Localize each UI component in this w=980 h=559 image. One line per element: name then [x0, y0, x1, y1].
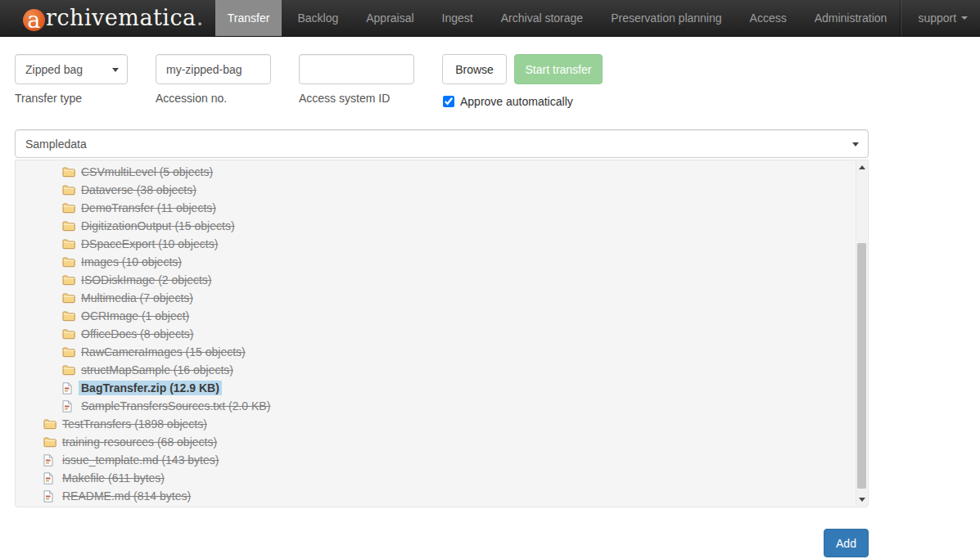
brand-accent-letter: a [23, 9, 45, 31]
folder-icon [62, 220, 76, 232]
tree-item-label[interactable]: training-resources (68 objects) [60, 435, 219, 449]
file-browser-panel: CSVmultiLevel (5 objects)Dataverse (38 o… [15, 160, 869, 507]
tree-item-label[interactable]: RawCameraImages (15 objects) [79, 345, 248, 359]
tree-item-label[interactable]: TestTransfers (1898 objects) [60, 417, 210, 431]
support-menu[interactable]: support [901, 0, 980, 36]
folder-icon [43, 418, 57, 430]
tree-item[interactable]: structMapSample (16 objects) [16, 361, 868, 379]
tree-item-label[interactable]: DemoTransfer (11 objects) [79, 201, 219, 215]
scroll-down-arrow-icon[interactable] [856, 494, 868, 506]
folder-icon [62, 184, 76, 196]
folder-icon [62, 292, 76, 304]
tree-item-label[interactable]: CSVmultiLevel (5 objects) [79, 165, 215, 179]
transfer-form: Zipped bag Transfer type Accession no. A… [15, 54, 630, 108]
tree-item[interactable]: BagTransfer.zip (12.9 KB) [16, 379, 868, 397]
accession-label: Accession no. [156, 92, 271, 105]
brand-dot: . [196, 5, 204, 30]
tree-item[interactable]: RawCameraImages (15 objects) [16, 343, 868, 361]
nav-item-backlog[interactable]: Backlog [285, 0, 350, 36]
tree-item-label[interactable]: README.md (814 bytes) [60, 489, 193, 503]
tree-item[interactable]: OCRImage (1 object) [16, 307, 868, 325]
folder-icon [62, 202, 76, 214]
folder-icon [43, 436, 57, 448]
folder-icon [62, 310, 76, 322]
start-transfer-button[interactable]: Start transfer [514, 54, 603, 84]
chevron-down-icon [961, 16, 968, 20]
approve-automatically-checkbox[interactable] [443, 96, 454, 107]
tree-scrollbar[interactable] [856, 161, 867, 506]
tree-item[interactable]: OfficeDocs (8 objects) [16, 325, 868, 343]
tree-item-label[interactable]: DSpaceExport (10 objects) [79, 237, 220, 251]
folder-icon [62, 364, 76, 376]
tree-item[interactable]: DigitizationOutput (15 objects) [16, 217, 868, 235]
accession-column: Accession no. [156, 54, 271, 105]
nav-item-preservation-planning[interactable]: Preservation planning [598, 0, 734, 36]
tree-item-label[interactable]: Dataverse (38 objects) [79, 183, 199, 197]
archivematica-logo[interactable]: archivematica. [0, 0, 214, 36]
scrollbar-thumb[interactable] [857, 243, 866, 489]
tree-item-label[interactable]: structMapSample (16 objects) [79, 363, 236, 377]
tree-item-label[interactable]: DigitizationOutput (15 objects) [79, 219, 237, 233]
top-navbar: archivematica. TransferBacklogAppraisalI… [0, 0, 980, 37]
tree-item-label[interactable]: OCRImage (1 object) [79, 309, 192, 323]
add-button[interactable]: Add [824, 529, 869, 557]
source-location-wrap: Sampledata [15, 129, 869, 158]
tree-item-label[interactable]: Images (10 objects) [79, 255, 184, 269]
accession-input[interactable] [156, 54, 271, 84]
nav-item-archival-storage[interactable]: Archival storage [489, 0, 595, 36]
tree-item-label[interactable]: BagTransfer.zip (12.9 KB) [79, 381, 222, 395]
folder-icon [62, 238, 76, 250]
tree-item[interactable]: DemoTransfer (11 objects) [16, 199, 868, 217]
access-system-id-label: Access system ID [299, 92, 414, 105]
browse-button[interactable]: Browse [442, 54, 507, 84]
tree-item[interactable]: Images (10 objects) [16, 253, 868, 271]
transfer-type-column: Zipped bag Transfer type [15, 54, 128, 105]
actions-column: Browse Start transfer Approve automatica… [442, 54, 603, 108]
transfer-type-select[interactable]: Zipped bag [15, 54, 128, 84]
tree-item[interactable]: training-resources (68 objects) [16, 433, 868, 451]
file-icon [43, 490, 57, 503]
approve-automatically-label: Approve automatically [460, 95, 573, 108]
tree-item-label[interactable]: SampleTransfersSources.txt (2.0 KB) [79, 399, 273, 413]
folder-icon [62, 328, 76, 340]
file-tree: CSVmultiLevel (5 objects)Dataverse (38 o… [16, 163, 868, 505]
file-icon [62, 400, 76, 412]
file-icon [43, 454, 57, 467]
tree-item-label[interactable]: ISODiskImage (2 objects) [79, 273, 215, 287]
folder-icon [62, 256, 76, 268]
folder-icon [62, 274, 76, 286]
transfer-type-label: Transfer type [15, 92, 128, 105]
tree-item[interactable]: ISODiskImage (2 objects) [16, 271, 868, 289]
nav-item-access[interactable]: Access [738, 0, 799, 36]
access-system-id-input[interactable] [299, 54, 414, 84]
scroll-up-arrow-icon[interactable] [856, 161, 868, 174]
file-icon [62, 382, 76, 394]
file-icon [43, 472, 57, 485]
source-location-select[interactable]: Sampledata [15, 129, 869, 158]
main-nav: TransferBacklogAppraisalIngestArchival s… [214, 0, 901, 36]
tree-item-label[interactable]: OfficeDocs (8 objects) [79, 327, 196, 341]
tree-item[interactable]: Dataverse (38 objects) [16, 181, 868, 199]
nav-item-ingest[interactable]: Ingest [430, 0, 485, 36]
tree-item[interactable]: TestTransfers (1898 objects) [16, 415, 868, 433]
folder-icon [62, 346, 76, 358]
tree-item[interactable]: issue_template.md (143 bytes) [16, 451, 868, 469]
tree-item-label[interactable]: issue_template.md (143 bytes) [60, 453, 221, 467]
tree-item[interactable]: README.md (814 bytes) [16, 487, 868, 505]
tree-item[interactable]: Multimedia (7 objects) [16, 289, 868, 307]
tree-item[interactable]: DSpaceExport (10 objects) [16, 235, 868, 253]
support-label: support [918, 11, 956, 25]
tree-item[interactable]: Makefile (611 bytes) [16, 469, 868, 487]
folder-icon [62, 166, 76, 178]
nav-item-transfer[interactable]: Transfer [215, 0, 282, 36]
tree-item-label[interactable]: Multimedia (7 objects) [79, 291, 196, 305]
tree-item[interactable]: SampleTransfersSources.txt (2.0 KB) [16, 397, 868, 415]
brand-text: archivematica. [23, 5, 204, 31]
access-id-column: Access system ID [299, 54, 414, 105]
tree-item[interactable]: CSVmultiLevel (5 objects) [16, 163, 868, 181]
nav-item-appraisal[interactable]: Appraisal [354, 0, 426, 36]
brand-rest: rchivematica [46, 5, 196, 30]
tree-item-label[interactable]: Makefile (611 bytes) [60, 471, 167, 485]
nav-item-administration[interactable]: Administration [802, 0, 900, 36]
